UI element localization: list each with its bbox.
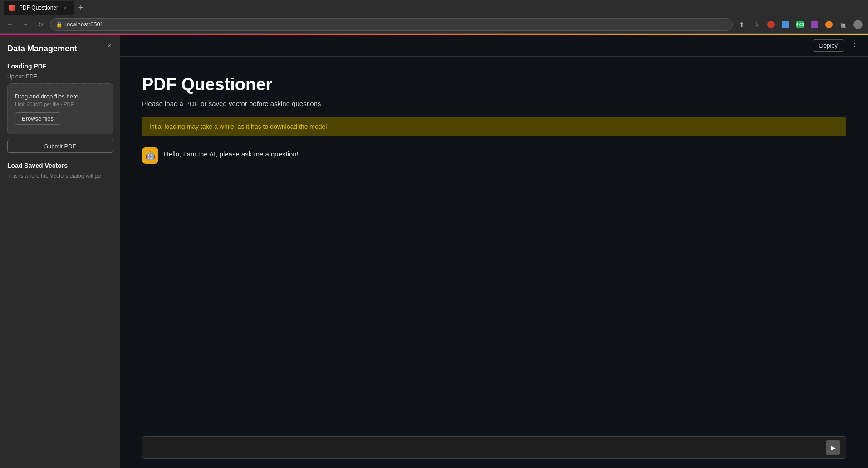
tab-title: PDF Questioner [19,5,58,11]
vectors-placeholder: This is where the Vectors dialog will go [7,173,113,179]
more-options-button[interactable]: ⋮ [848,39,861,52]
load-vectors-label: Load Saved Vectors [7,162,113,169]
browser-chrome: PDF Questioner × + ← → ↻ 🔒 localhost:850… [0,0,868,35]
submit-pdf-button[interactable]: Submit PDF [7,140,113,153]
browse-files-button[interactable]: Browse files [15,112,60,125]
extension-icon-1[interactable] [765,18,777,31]
main-content: Deploy ⋮ PDF Questioner Please load a PD… [120,35,868,468]
active-tab[interactable]: PDF Questioner × [4,1,74,15]
bookmark-icon[interactable]: ☆ [750,18,763,31]
profile-icon[interactable] [852,18,864,31]
tab-favicon [9,5,15,11]
chat-input[interactable] [148,444,826,451]
streamlit-toolbar: Deploy ⋮ [120,35,868,57]
page-title: PDF Questioner [142,75,846,94]
tab-bar: PDF Questioner × + [0,0,868,15]
extension-icon-2[interactable] [779,18,792,31]
back-button[interactable]: ← [4,18,16,31]
ai-avatar: 🤖 [142,147,158,164]
send-icon: ▶ [831,444,836,451]
browser-toolbar-icons: ⬆ ☆ 4.68 ▣ [736,18,864,31]
extension-icon-3[interactable]: 4.68 [794,18,806,31]
ai-chat-message: 🤖 Hello, I am the AI, please ask me a qu… [142,147,846,164]
drop-zone-subtitle: Limit 200MB per file • PDF [15,102,105,107]
chat-input-row: ▶ [142,436,846,459]
tab-close-button[interactable]: × [62,4,69,11]
address-bar-row: ← → ↻ 🔒 localhost:8501 ⬆ ☆ 4.68 [0,15,868,34]
upload-pdf-label: Upload PDF [7,73,113,80]
send-button[interactable]: ▶ [826,440,840,455]
sidebar: × Data Management Loading PDF Upload PDF… [0,35,120,468]
sidebar-toggle-icon[interactable]: ▣ [837,18,850,31]
spacer [142,171,846,422]
drop-zone-title: Drag and drop files here [15,93,105,100]
sidebar-close-button[interactable]: × [104,40,115,51]
ai-avatar-icon: 🤖 [145,151,155,161]
warning-text: Intial loading may take a while, as it h… [149,123,327,130]
loading-pdf-label: Loading PDF [7,63,113,70]
ai-message-text: Hello, I am the AI, please ask me a ques… [164,147,299,158]
page-body: PDF Questioner Please load a PDF or save… [120,57,868,431]
page-subtitle: Please load a PDF or saved vector before… [142,100,846,107]
share-icon[interactable]: ⬆ [736,18,748,31]
refresh-button[interactable]: ↻ [34,18,47,31]
deploy-button[interactable]: Deploy [813,39,844,52]
sidebar-title: Data Management [7,44,113,54]
url-text: localhost:8501 [65,21,103,28]
warning-banner: Intial loading may take a while, as it h… [142,117,846,136]
upload-drop-zone[interactable]: Drag and drop files here Limit 200MB per… [7,83,113,134]
extension-icon-4[interactable] [808,18,821,31]
chat-input-area: ▶ [120,431,868,468]
extension-icon-5[interactable] [823,18,835,31]
address-field[interactable]: 🔒 localhost:8501 [50,18,733,31]
new-tab-button[interactable]: + [74,1,87,14]
forward-button[interactable]: → [19,18,32,31]
app-layout: × Data Management Loading PDF Upload PDF… [0,35,868,468]
